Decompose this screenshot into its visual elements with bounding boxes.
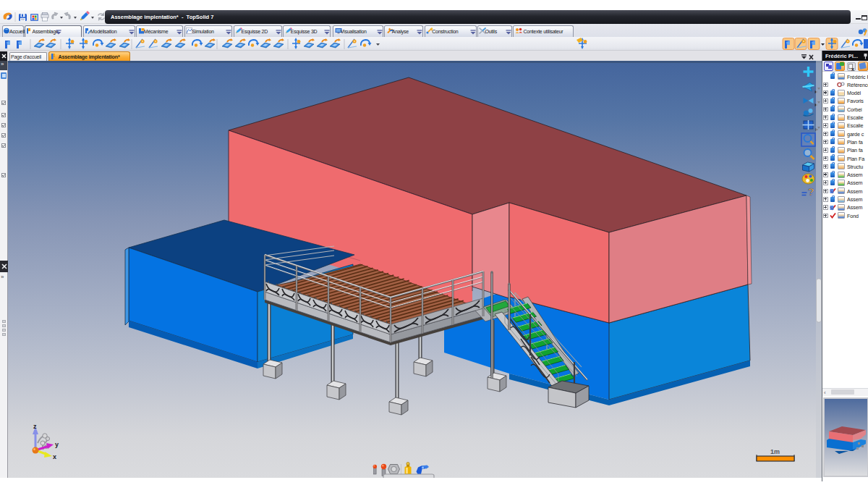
svg-text:?: ? (808, 185, 814, 198)
svg-text:1m: 1m (770, 448, 780, 455)
svg-text:y: y (55, 441, 59, 448)
svg-text:x: x (53, 453, 56, 460)
svg-text:z: z (33, 423, 37, 430)
